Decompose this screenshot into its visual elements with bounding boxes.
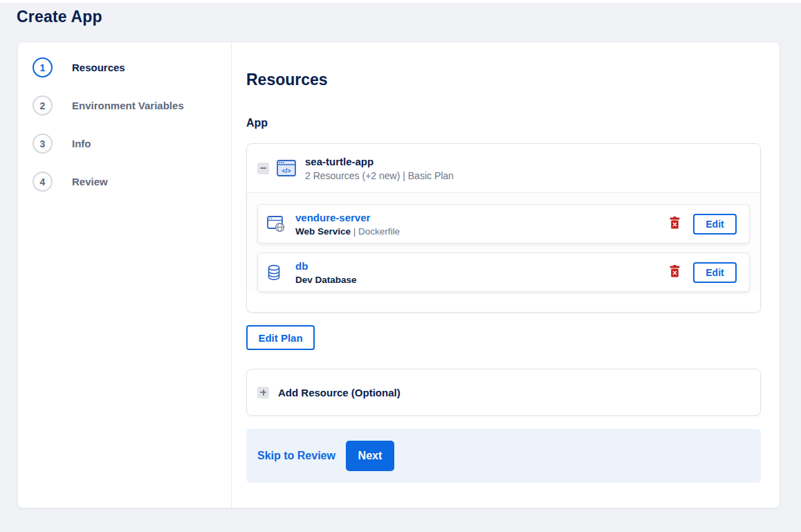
step-number-badge: 2 [33,95,53,116]
step-resources[interactable]: 1 Resources [18,57,231,77]
step-label: Review [72,176,108,187]
edit-resource-button[interactable]: Edit [693,214,737,235]
delete-resource-button[interactable] [668,215,681,232]
content-heading: Resources [246,71,761,89]
resource-row-db: db Dev Database [257,253,750,292]
app-group-card: </> sea-turtle-app 2 Resources (+2 new) … [246,143,761,313]
resource-row-vendure-server: vendure-server Web Service | Dockerfile [257,204,750,244]
resource-name-link[interactable]: vendure-server [295,212,400,223]
resource-separator: | [353,226,356,237]
resource-meta: Dev Database [295,275,357,285]
app-group-body: vendure-server Web Service | Dockerfile [247,193,760,292]
minus-icon [260,167,266,169]
step-content: Resources App </> [232,42,780,508]
step-label: Info [72,138,91,149]
svg-text:</>: </> [282,167,291,174]
database-icon [267,264,285,281]
add-resource-expand-button[interactable] [257,387,269,398]
resource-text: db Dev Database [295,260,357,285]
step-number-badge: 1 [33,57,53,77]
app-group-summary: 2 Resources (+2 new) | Basic Plan [305,170,454,181]
resource-type: Web Service [295,226,351,237]
step-info[interactable]: 3 Info [18,134,231,154]
app-section-label: App [246,117,761,129]
skip-to-review-link[interactable]: Skip to Review [257,450,335,462]
page-header: Create App [0,3,801,32]
edit-plan-button[interactable]: Edit Plan [246,325,315,350]
step-label: Environment Variables [72,100,184,111]
add-resource-label: Add Resource (Optional) [278,387,400,398]
resource-detail: Dockerfile [358,226,400,237]
resource-name-link[interactable]: db [295,260,357,272]
step-review[interactable]: 4 Review [18,172,231,192]
resource-meta: Web Service | Dockerfile [295,226,400,237]
web-service-icon [267,216,285,232]
resource-type: Dev Database [295,275,357,285]
trash-icon [670,265,680,279]
app-group-text: sea-turtle-app 2 Resources (+2 new) | Ba… [305,156,454,181]
collapse-button[interactable] [257,163,269,174]
step-environment-variables[interactable]: 2 Environment Variables [18,95,231,116]
app-group-header: </> sea-turtle-app 2 Resources (+2 new) … [247,144,760,193]
create-app-card: 1 Resources 2 Environment Variables 3 In… [17,42,780,508]
resource-text: vendure-server Web Service | Dockerfile [295,212,400,237]
step-number-badge: 3 [33,134,53,154]
step-label: Resources [72,62,125,73]
wizard-stepper: 1 Resources 2 Environment Variables 3 In… [18,42,232,508]
app-code-icon: </> [277,160,296,176]
wizard-footer: Skip to Review Next [246,429,761,483]
trash-icon [670,217,680,231]
app-group-name: sea-turtle-app [305,156,454,167]
next-button[interactable]: Next [346,441,394,471]
page-title: Create App [17,8,801,26]
delete-resource-button[interactable] [668,264,681,281]
add-resource-card[interactable]: Add Resource (Optional) [246,369,761,416]
edit-resource-button[interactable]: Edit [693,262,737,283]
step-number-badge: 4 [33,172,53,192]
